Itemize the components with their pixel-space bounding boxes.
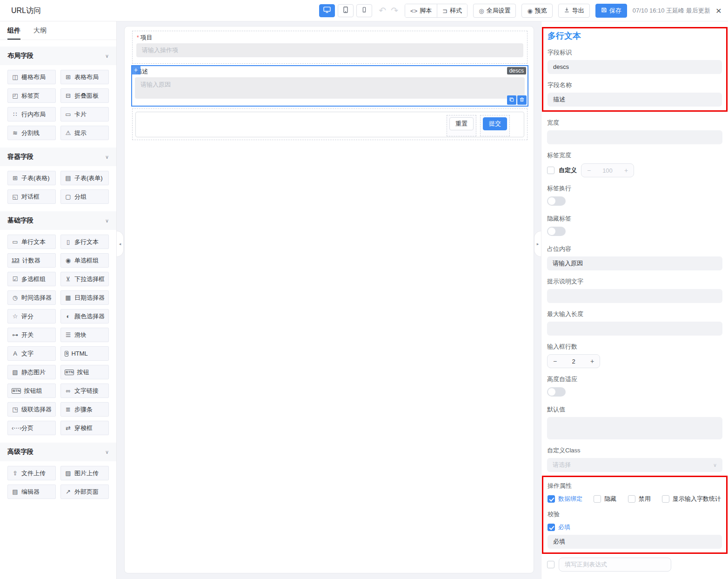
save-button[interactable]: 保存 [595,4,627,18]
component-item-multi-text[interactable]: ▯多行文本 [60,235,109,249]
plus-icon[interactable]: + [585,357,600,365]
disabled-option[interactable]: 禁用 [628,495,651,503]
delete-field-button[interactable] [517,95,527,105]
component-item-group[interactable]: ▢分组 [60,189,109,204]
component-item-inline-layout[interactable]: ∷行内布局 [7,107,56,121]
tip-input[interactable] [547,289,722,303]
component-item-pagination[interactable]: ‹⋯›分页 [7,421,56,435]
drag-handle-icon[interactable]: + [131,65,140,74]
checkbox-checked[interactable] [548,495,555,503]
component-item-alert[interactable]: ⚠提示 [60,126,109,140]
component-item-dialog[interactable]: ◱对话框 [7,189,56,204]
component-item-tabs[interactable]: ◰标签页 [7,88,56,103]
required-option[interactable]: 必填 [548,523,570,532]
redo-icon[interactable]: ↷ [391,4,398,17]
component-item-editor[interactable]: ▤编辑器 [7,485,56,499]
section-header-basic[interactable]: 基础字段 ∨ [0,211,116,230]
component-item-slider[interactable]: ☰滑块 [60,328,109,342]
label-wrap-toggle[interactable] [547,196,566,206]
component-item-table-layout[interactable]: ⊞表格布局 [60,70,109,84]
default-value-textarea[interactable] [547,417,722,439]
field-name-input[interactable]: 描述 [548,93,722,107]
description-textarea-preview[interactable]: 请输入原因 [135,77,525,99]
minus-icon[interactable]: − [548,357,562,365]
section-header-container[interactable]: 容器字段 ∨ [0,148,116,166]
field-id-input[interactable]: descs [548,60,722,74]
desktop-view-button[interactable] [319,4,335,17]
custom-width-checkbox[interactable] [547,167,554,174]
canvas-actions-row[interactable]: 重置 提交 [132,108,528,140]
submit-button-wrapper[interactable]: 提交 [480,115,510,136]
script-button[interactable]: <> 脚本 [405,4,437,17]
hidden-option[interactable]: 隐藏 [594,495,616,503]
component-item-date-picker[interactable]: ▦日期选择器 [60,290,109,305]
rows-stepper[interactable]: − 2 + [547,354,600,368]
tab-outline[interactable]: 大纲 [33,21,47,40]
component-item-html[interactable]: 5HTML [60,346,109,361]
component-item-button-group[interactable]: BTN按钮组 [7,384,56,398]
tablet-view-button[interactable] [338,4,354,17]
project-input-preview[interactable]: 请输入操作项 [136,43,523,57]
style-button[interactable]: ⊐ 样式 [437,4,467,17]
component-item-switch[interactable]: ⊶开关 [7,328,56,342]
component-item-single-text[interactable]: ▭单行文本 [7,235,56,249]
section-header-layout[interactable]: 布局字段 ∨ [0,47,116,65]
close-icon[interactable]: × [716,6,721,15]
component-item-cascader[interactable]: ◳级联选择器 [7,402,56,417]
section-header-advanced[interactable]: 高级字段 ∨ [0,443,116,461]
placeholder-input[interactable]: 请输入原因 [547,256,722,270]
word-count-option[interactable]: 显示输入字数统计 [662,495,721,503]
preview-button[interactable]: ◉ 预览 [521,4,552,18]
maxlen-input[interactable] [547,322,722,336]
component-item-card[interactable]: ▭卡片 [60,107,109,121]
regex-input[interactable]: 填写正则表达式 [559,558,671,572]
custom-class-select[interactable]: 请选择 ∨ [547,458,722,472]
component-item-checkbox-group[interactable]: ☑多选框组 [7,272,56,286]
submit-button[interactable]: 提交 [483,117,507,130]
component-item-radio-group[interactable]: ◉单选框组 [60,253,109,268]
collapse-right-panel-handle[interactable]: ▸ [534,231,541,257]
canvas-field-description-selected[interactable]: + 描述 descs 请输入原因 [131,65,528,107]
plus-icon[interactable]: + [619,167,634,174]
component-item-divider[interactable]: ≋分割线 [7,126,56,140]
minus-icon[interactable]: − [581,167,596,174]
checkbox[interactable] [628,495,635,503]
checkbox-checked[interactable] [548,524,555,531]
hide-label-toggle[interactable] [547,227,566,236]
component-item-text[interactable]: A文字 [7,346,56,361]
component-item-file-upload[interactable]: ⇧文件上传 [7,466,56,480]
checkbox[interactable] [594,495,601,503]
global-settings-button[interactable]: ◎ 全局设置 [473,4,516,18]
form-canvas[interactable]: *项目 请输入操作项 + 描述 descs 请输入原因 重置 提交 [124,26,534,573]
tab-components[interactable]: 组件 [7,21,20,40]
component-item-button[interactable]: BTN按钮 [60,365,109,379]
component-item-text-link[interactable]: ∞文字链接 [60,384,109,398]
reset-button[interactable]: 重置 [449,117,474,130]
regex-checkbox[interactable] [547,561,554,568]
component-item-grid-layout[interactable]: ◫栅格布局 [7,70,56,84]
export-button[interactable]: 导出 [558,4,590,18]
component-item-time-picker[interactable]: ◷时间选择器 [7,290,56,305]
component-item-static-image[interactable]: ▧静态图片 [7,365,56,379]
component-item-collapse[interactable]: ⊟折叠面板 [60,88,109,103]
component-item-subtable-grid[interactable]: ⊞子表(表格) [7,171,56,185]
component-item-subtable-form[interactable]: ▤子表(表单) [60,171,109,185]
reset-button-wrapper[interactable]: 重置 [447,115,476,136]
component-item-rate[interactable]: ☆评分 [7,309,56,323]
component-item-select[interactable]: ⊻下拉选择框 [60,272,109,286]
component-item-steps[interactable]: ≣步骤条 [60,402,109,417]
component-item-transfer[interactable]: ⇄穿梭框 [60,421,109,435]
checkbox[interactable] [662,495,669,503]
undo-icon[interactable]: ↶ [379,4,386,17]
component-item-counter[interactable]: 123计数器 [7,253,56,268]
copy-field-button[interactable] [507,95,516,105]
data-binding-option[interactable]: 数据绑定 [548,495,582,503]
auto-height-toggle[interactable] [547,387,566,397]
label-width-stepper[interactable]: − 100 + [581,163,634,177]
mobile-view-button[interactable] [356,4,372,17]
collapse-left-panel-handle[interactable]: ◂ [117,231,124,257]
component-item-image-upload[interactable]: ▨图片上传 [60,466,109,480]
component-item-external-page[interactable]: ↗外部页面 [60,485,109,499]
required-message-input[interactable]: 必填 [548,535,722,549]
canvas-field-project[interactable]: *项目 请输入操作项 [132,31,528,64]
